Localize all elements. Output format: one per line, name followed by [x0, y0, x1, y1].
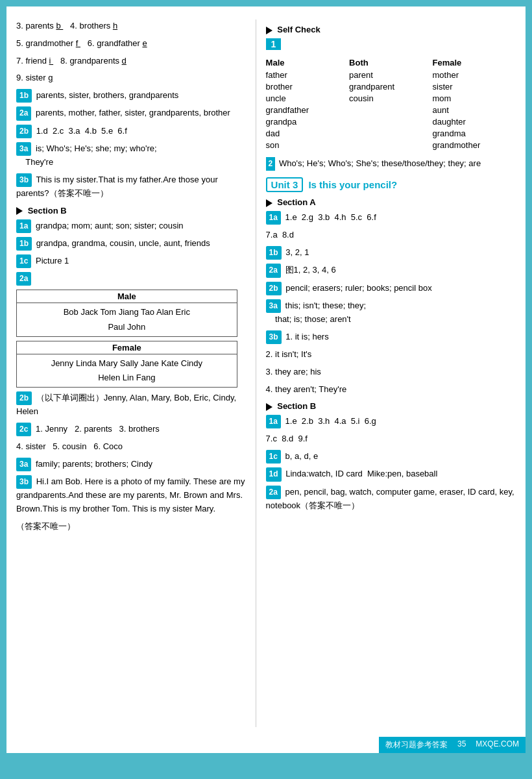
line-1c-sb: 1c Picture 1 — [16, 254, 249, 268]
num-badge-2: 2 — [266, 157, 276, 171]
sc-male-col: Male father brother uncle grandfather gr… — [266, 58, 349, 152]
female-names-row2: Helen Lin Fang — [98, 373, 155, 382]
sc-male-brother: brother — [266, 82, 349, 92]
sc-male-son: son — [266, 140, 349, 150]
sc-female-col: Female mother sister mom aunt daughter g… — [433, 58, 516, 152]
self-check-label: Self Check — [277, 25, 320, 34]
badge-3b-sa: 3b — [266, 330, 282, 344]
sc-female-sister: sister — [433, 82, 516, 92]
sc-both-col: Both parent grandparent cousin — [349, 58, 432, 152]
line-2b-sa: 2b pencil; erasers; ruler; books; pencil… — [266, 282, 516, 295]
line-2a: 2a parents, mother, father, sister, gran… — [16, 106, 249, 120]
ans-d: d — [122, 56, 127, 66]
line-3b-4: 4. they aren't; They're — [266, 383, 516, 397]
footer-brand: MXQE.COM — [476, 739, 519, 750]
badge-2a: 2a — [16, 106, 31, 120]
male-names-row2: Paul John — [108, 322, 145, 332]
badge-2c: 2c — [16, 423, 31, 436]
sc-male-header: Male — [266, 58, 349, 68]
line-1b-sb: 1b grandpa, grandma, cousin, uncle, aunt… — [16, 237, 249, 251]
line-2a-label: 2a — [16, 272, 249, 286]
columns: 3. parents b 4. brothers h 5. grandmothe… — [16, 19, 516, 727]
male-names: Bob Jack Tom Jiang Tao Alan Eric Paul Jo… — [17, 303, 237, 336]
badge-2b-sa: 2b — [266, 282, 282, 295]
page: 3. parents b 4. brothers h 5. grandmothe… — [6, 6, 526, 753]
unit3-title: Unit 3 Is this your pencil? — [266, 177, 516, 192]
line-1b-sa: 1b 3, 2, 1 — [266, 246, 516, 260]
sc-female-aunt: aunt — [433, 105, 516, 115]
female-names: Jenny Linda Mary Sally Jane Kate Cindy H… — [17, 354, 237, 387]
triangle-icon — [16, 207, 23, 215]
unit3-text: Is this your pencil? — [308, 179, 397, 190]
section-b-label-r: Section B — [277, 401, 316, 411]
ans-h: h — [113, 21, 117, 31]
badge-1b-sb: 1b — [16, 237, 32, 251]
sc-both-grandparent: grandparent — [349, 82, 432, 92]
line-3a: 3a is; Who's; He's; she; my; who're; The… — [16, 142, 249, 169]
footer: 教材习题参考答案 35 MXQE.COM — [379, 737, 526, 753]
line-3a-sa: 3a this; isn't; these; they; that; is; t… — [266, 299, 516, 327]
badge-2b-c: 2b — [16, 391, 32, 405]
line-2-right: 2 Who's; He's; Who's; She's; these/those… — [266, 157, 516, 171]
triangle-icon-sc — [266, 27, 272, 34]
line-1b: 1b parents, sister, brothers, grandparen… — [16, 89, 249, 103]
sc-male-grandfather: grandfather — [266, 105, 349, 115]
female-names-row1: Jenny Linda Mary Sally Jane Kate Cindy — [51, 358, 202, 368]
line-2a-sbr: 2a pen, pencil, bag, watch, computer gam… — [266, 486, 516, 513]
male-names-row1: Bob Jack Tom Jiang Tao Alan Eric — [64, 307, 190, 317]
section-b-label: Section B — [28, 206, 67, 216]
badge-1a-sbr: 1a — [266, 415, 281, 428]
sc-male-uncle: uncle — [266, 93, 349, 103]
line-1c-sbr: 1c b, a, d, e — [266, 450, 516, 464]
badge-1d-sbr: 1d — [266, 467, 282, 481]
sc-female-mom: mom — [433, 93, 516, 103]
line-sister: 9. sister g — [16, 71, 249, 85]
section-a-header-r: Section A — [266, 197, 516, 207]
line-1a-sa: 1a 1.e 2.g 3.b 4.h 5.c 6.f — [266, 211, 516, 225]
line-2c: 2c 1. Jenny 2. parents 3. brothers — [16, 423, 249, 436]
female-header: Female — [17, 341, 237, 354]
sc-female-header: Female — [433, 58, 516, 68]
self-check-header: Self Check — [266, 25, 516, 34]
sc-female-grandmother: grandmother — [433, 140, 516, 150]
line-1d-sbr: 1d Linda:watch, ID card Mike:pen, baseba… — [266, 467, 516, 481]
footer-num: 35 — [457, 739, 466, 750]
badge-2a-table: 2a — [16, 272, 31, 286]
line-1a-sa-cont: 7.a 8.d — [266, 229, 516, 242]
line-3a-sb: 3a family; parents; brothers; Cindy — [16, 458, 249, 471]
col-left: 3. parents b 4. brothers h 5. grandmothe… — [16, 19, 256, 727]
self-check-num: 1 — [266, 38, 282, 50]
sc-male-grandpa: grandpa — [266, 117, 349, 127]
badge-3b: 3b — [16, 173, 32, 187]
sc-male-dad: dad — [266, 129, 349, 138]
line-2b-circled: 2b （以下单词圈出）Jenny, Alan, Mary, Bob, Eric,… — [16, 391, 249, 419]
line-1a-sbr-cont: 7.c 8.d 9.f — [266, 432, 516, 446]
badge-3a-sa: 3a — [266, 299, 281, 313]
badge-2a-sbr: 2a — [266, 486, 281, 499]
badge-3a: 3a — [16, 142, 31, 156]
line-friend: 7. friend i 8. grandparents d — [16, 55, 249, 68]
male-table: Male Bob Jack Tom Jiang Tao Alan Eric Pa… — [16, 290, 237, 336]
ans-f: f — [76, 38, 80, 48]
badge-1a-sb: 1a — [16, 219, 31, 233]
badge-1c-sb: 1c — [16, 254, 31, 268]
ans-b: b — [56, 21, 63, 31]
sc-female-grandma: grandma — [433, 129, 516, 138]
col-right: Self Check 1 Male father brother uncle g… — [256, 19, 516, 727]
line-note: （答案不唯一） — [16, 520, 249, 534]
badge-1b-sa: 1b — [266, 246, 282, 260]
section-b-header: Section B — [16, 206, 249, 216]
ans-i: i — [49, 56, 54, 66]
line-1a-sbr: 1a 1.e 2.b 3.h 4.a 5.i 6.g — [266, 415, 516, 428]
sc-male-father: father — [266, 70, 349, 80]
ans-g: g — [48, 73, 53, 82]
female-table: Female Jenny Linda Mary Sally Jane Kate … — [16, 341, 237, 388]
line-parents: 3. parents b 4. brothers h — [16, 19, 249, 33]
unit3-box: Unit 3 — [266, 177, 304, 192]
sc-female-mother: mother — [433, 70, 516, 80]
sc-both-header: Both — [349, 58, 432, 68]
line-3b: 3b This is my sister.That is my father.A… — [16, 173, 249, 201]
badge-1b: 1b — [16, 89, 32, 103]
line-2b: 2b 1.d 2.c 3.a 4.b 5.e 6.f — [16, 125, 249, 138]
section-b-header-r: Section B — [266, 401, 516, 411]
